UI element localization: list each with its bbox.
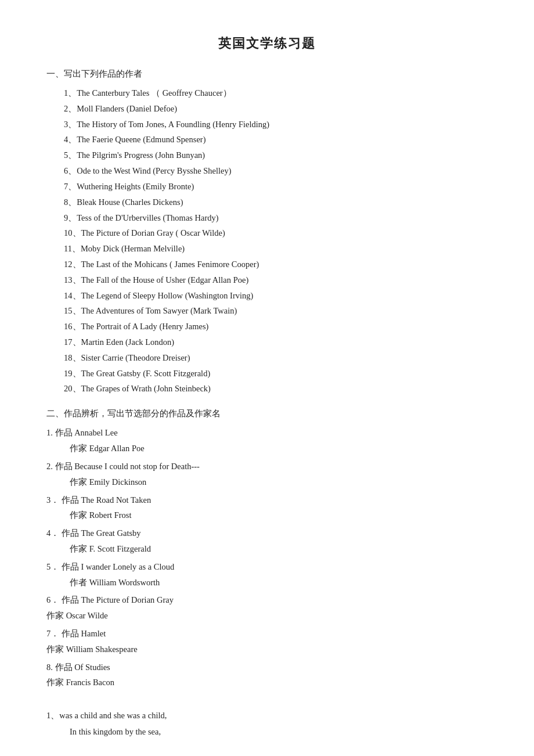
list-item: 15、The Adventures of Tom Sawyer (Mark Tw… [64,303,488,319]
list-item: 17、Martin Eden (Jack London) [64,334,488,350]
author-row: 作家 Edgar Allan Poe [70,441,488,456]
section2-list: 1. 作品 Annabel Lee作家 Edgar Allan Poe2. 作品… [46,425,488,690]
work-item: 5． 作品 I wander Lonely as a Cloud作者 Willi… [46,559,488,591]
work-row: 5． 作品 I wander Lonely as a Cloud [46,562,174,571]
list-item: 2、Moll Flanders (Daniel Defoe) [64,101,488,117]
list-item: 18、Sister Carrie (Theodore Dreiser) [64,350,488,366]
work-row: 8. 作品 Of Studies [46,663,110,672]
work-item: 1. 作品 Annabel Lee作家 Edgar Allan Poe [46,425,488,456]
poem-line: In this kingdom by the sea, [70,724,488,740]
list-item: 12、The Last of the Mohicans ( James Feni… [64,257,488,272]
section1: 一、写出下列作品的作者 1、The Canterbury Tales （ Geo… [46,69,488,397]
list-item: 16、The Portrait of A Lady (Henry James) [64,319,488,334]
work-item: 3． 作品 The Road Not Taken作家 Robert Frost [46,492,488,524]
work-item: 7． 作品 Hamlet作家 William Shakespeare [46,626,488,657]
author-row: 作家 Francis Bacon [46,675,488,690]
list-item: 13、The Fall of the House of Usher (Edgar… [64,272,488,288]
work-row: 3． 作品 The Road Not Taken [46,495,151,505]
section1-list: 1、The Canterbury Tales （ Geoffrey Chauce… [64,85,488,397]
work-item: 6． 作品 The Picture of Dorian Gray作家 Oscar… [46,592,488,624]
work-row: 1. 作品 Annabel Lee [46,428,118,437]
author-row: 作家 William Shakespeare [46,642,488,657]
list-item: 5、The Pilgrim's Progress (John Bunyan) [64,147,488,163]
page-title: 英国文学练习题 [46,35,488,52]
list-item: 10、The Picture of Dorian Gray ( Oscar Wi… [64,225,488,241]
list-item: 1、The Canterbury Tales （ Geoffrey Chauce… [64,85,488,101]
section3: 1、was a child and she was a child,In thi… [46,708,488,740]
list-item: 8、Bleak House (Charles Dickens) [64,195,488,210]
work-row: 4． 作品 The Great Gatsby [46,528,141,538]
section1-heading: 一、写出下列作品的作者 [46,69,488,80]
author-row: 作家 Emily Dickinson [70,474,488,490]
work-row: 7． 作品 Hamlet [46,629,106,638]
author-row: 作家 F. Scott Fitzgerald [70,541,488,557]
author-row: 作家 Oscar Wilde [46,608,488,624]
section2: 二、作品辨析，写出节选部分的作品及作家名 1. 作品 Annabel Lee作家… [46,408,488,690]
list-item: 7、Wuthering Heights (Emily Bronte) [64,179,488,195]
section2-heading: 二、作品辨析，写出节选部分的作品及作家名 [46,408,488,419]
work-item: 8. 作品 Of Studies作家 Francis Bacon [46,660,488,691]
list-item: 19、The Great Gatsby (F. Scott Fitzgerald… [64,366,488,381]
work-item: 4． 作品 The Great Gatsby作家 F. Scott Fitzge… [46,525,488,557]
author-row: 作者 William Wordsworth [70,575,488,591]
poem-line: 1、was a child and she was a child, [46,708,488,724]
list-item: 20、The Grapes of Wrath (John Steinbeck) [64,381,488,397]
list-item: 11、Moby Dick (Herman Melville) [64,241,488,257]
work-row: 6． 作品 The Picture of Dorian Gray [46,595,174,604]
author-row: 作家 Robert Frost [70,507,488,523]
list-item: 9、Tess of the D'Urbervilles (Thomas Hard… [64,210,488,226]
work-item: 2. 作品 Because I could not stop for Death… [46,459,488,490]
list-item: 3、The History of Tom Jones, A Foundling … [64,117,488,132]
list-item: 14、The Legend of Sleepy Hollow (Washingt… [64,288,488,304]
work-row: 2. 作品 Because I could not stop for Death… [46,462,200,471]
list-item: 6、Ode to the West Wind (Percy Bysshe She… [64,163,488,179]
list-item: 4、The Faerie Queene (Edmund Spenser) [64,132,488,147]
